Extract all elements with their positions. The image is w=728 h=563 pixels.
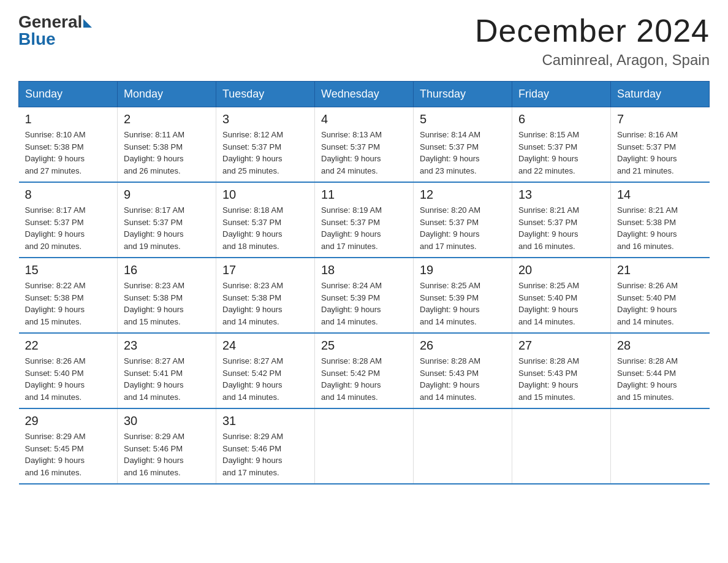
day-number: 2 <box>124 112 210 126</box>
day-number: 30 <box>124 414 210 428</box>
day-number: 18 <box>321 263 407 277</box>
table-row: 9 Sunrise: 8:17 AM Sunset: 5:37 PM Dayli… <box>118 182 216 258</box>
table-row: 5 Sunrise: 8:14 AM Sunset: 5:37 PM Dayli… <box>414 107 512 183</box>
day-number: 24 <box>222 339 308 353</box>
calendar-week-row: 22 Sunrise: 8:26 AM Sunset: 5:40 PM Dayl… <box>19 333 710 408</box>
table-row: 28 Sunrise: 8:28 AM Sunset: 5:44 PM Dayl… <box>611 333 710 408</box>
day-number: 13 <box>518 188 604 202</box>
day-number: 26 <box>420 339 506 353</box>
day-info: Sunrise: 8:11 AM Sunset: 5:38 PM Dayligh… <box>124 129 210 177</box>
table-row <box>315 408 414 484</box>
day-info: Sunrise: 8:26 AM Sunset: 5:40 PM Dayligh… <box>25 355 112 403</box>
day-number: 20 <box>518 263 604 277</box>
day-info: Sunrise: 8:20 AM Sunset: 5:37 PM Dayligh… <box>420 204 506 252</box>
table-row: 15 Sunrise: 8:22 AM Sunset: 5:38 PM Dayl… <box>19 258 118 333</box>
day-info: Sunrise: 8:24 AM Sunset: 5:39 PM Dayligh… <box>321 280 407 327</box>
day-number: 17 <box>222 263 308 277</box>
table-row: 6 Sunrise: 8:15 AM Sunset: 5:37 PM Dayli… <box>512 107 611 183</box>
table-row: 7 Sunrise: 8:16 AM Sunset: 5:37 PM Dayli… <box>611 107 710 183</box>
calendar-week-row: 29 Sunrise: 8:29 AM Sunset: 5:45 PM Dayl… <box>19 408 710 484</box>
day-number: 11 <box>321 188 407 202</box>
day-info: Sunrise: 8:29 AM Sunset: 5:45 PM Dayligh… <box>25 431 112 478</box>
table-row: 29 Sunrise: 8:29 AM Sunset: 5:45 PM Dayl… <box>19 408 118 484</box>
day-number: 29 <box>25 414 112 428</box>
day-number: 15 <box>25 263 112 277</box>
col-monday: Monday <box>118 82 216 107</box>
col-tuesday: Tuesday <box>216 82 315 107</box>
col-saturday: Saturday <box>611 82 710 107</box>
day-number: 3 <box>222 112 308 126</box>
day-info: Sunrise: 8:12 AM Sunset: 5:37 PM Dayligh… <box>222 129 308 177</box>
day-info: Sunrise: 8:13 AM Sunset: 5:37 PM Dayligh… <box>321 129 407 177</box>
day-info: Sunrise: 8:21 AM Sunset: 5:38 PM Dayligh… <box>617 204 703 252</box>
calendar-week-row: 8 Sunrise: 8:17 AM Sunset: 5:37 PM Dayli… <box>19 182 710 258</box>
day-number: 1 <box>25 112 112 126</box>
day-info: Sunrise: 8:27 AM Sunset: 5:42 PM Dayligh… <box>222 355 308 403</box>
day-number: 16 <box>124 263 210 277</box>
day-info: Sunrise: 8:17 AM Sunset: 5:37 PM Dayligh… <box>124 204 210 252</box>
day-info: Sunrise: 8:28 AM Sunset: 5:43 PM Dayligh… <box>420 355 506 403</box>
table-row: 16 Sunrise: 8:23 AM Sunset: 5:38 PM Dayl… <box>118 258 216 333</box>
day-info: Sunrise: 8:10 AM Sunset: 5:38 PM Dayligh… <box>25 129 112 177</box>
table-row: 26 Sunrise: 8:28 AM Sunset: 5:43 PM Dayl… <box>414 333 512 408</box>
col-thursday: Thursday <box>414 82 512 107</box>
table-row: 25 Sunrise: 8:28 AM Sunset: 5:42 PM Dayl… <box>315 333 414 408</box>
table-row: 13 Sunrise: 8:21 AM Sunset: 5:37 PM Dayl… <box>512 182 611 258</box>
day-number: 23 <box>124 339 210 353</box>
calendar-table: Sunday Monday Tuesday Wednesday Thursday… <box>18 81 710 484</box>
col-sunday: Sunday <box>19 82 118 107</box>
day-info: Sunrise: 8:16 AM Sunset: 5:37 PM Dayligh… <box>617 129 703 177</box>
day-info: Sunrise: 8:15 AM Sunset: 5:37 PM Dayligh… <box>518 129 604 177</box>
day-number: 25 <box>321 339 407 353</box>
table-row: 18 Sunrise: 8:24 AM Sunset: 5:39 PM Dayl… <box>315 258 414 333</box>
day-number: 6 <box>518 112 604 126</box>
table-row <box>414 408 512 484</box>
col-friday: Friday <box>512 82 611 107</box>
table-row: 12 Sunrise: 8:20 AM Sunset: 5:37 PM Dayl… <box>414 182 512 258</box>
day-info: Sunrise: 8:25 AM Sunset: 5:40 PM Dayligh… <box>518 280 604 327</box>
day-info: Sunrise: 8:19 AM Sunset: 5:37 PM Dayligh… <box>321 204 407 252</box>
calendar-week-row: 15 Sunrise: 8:22 AM Sunset: 5:38 PM Dayl… <box>19 258 710 333</box>
day-number: 27 <box>518 339 604 353</box>
table-row <box>611 408 710 484</box>
day-info: Sunrise: 8:29 AM Sunset: 5:46 PM Dayligh… <box>124 431 210 478</box>
day-number: 31 <box>222 414 308 428</box>
title-section: December 2024 Caminreal, Aragon, Spain <box>475 12 710 69</box>
table-row: 22 Sunrise: 8:26 AM Sunset: 5:40 PM Dayl… <box>19 333 118 408</box>
day-number: 22 <box>25 339 112 353</box>
table-row: 19 Sunrise: 8:25 AM Sunset: 5:39 PM Dayl… <box>414 258 512 333</box>
day-info: Sunrise: 8:18 AM Sunset: 5:37 PM Dayligh… <box>222 204 308 252</box>
table-row: 31 Sunrise: 8:29 AM Sunset: 5:46 PM Dayl… <box>216 408 315 484</box>
day-number: 28 <box>617 339 703 353</box>
table-row: 24 Sunrise: 8:27 AM Sunset: 5:42 PM Dayl… <box>216 333 315 408</box>
table-row: 27 Sunrise: 8:28 AM Sunset: 5:43 PM Dayl… <box>512 333 611 408</box>
table-row <box>512 408 611 484</box>
logo-arrow-icon <box>83 19 92 28</box>
location-title: Caminreal, Aragon, Spain <box>475 52 710 69</box>
table-row: 21 Sunrise: 8:26 AM Sunset: 5:40 PM Dayl… <box>611 258 710 333</box>
day-info: Sunrise: 8:21 AM Sunset: 5:37 PM Dayligh… <box>518 204 604 252</box>
day-info: Sunrise: 8:28 AM Sunset: 5:42 PM Dayligh… <box>321 355 407 403</box>
calendar-header-row: Sunday Monday Tuesday Wednesday Thursday… <box>19 82 710 107</box>
table-row: 2 Sunrise: 8:11 AM Sunset: 5:38 PM Dayli… <box>118 107 216 183</box>
table-row: 20 Sunrise: 8:25 AM Sunset: 5:40 PM Dayl… <box>512 258 611 333</box>
logo: General Blue <box>18 12 92 49</box>
table-row: 11 Sunrise: 8:19 AM Sunset: 5:37 PM Dayl… <box>315 182 414 258</box>
day-number: 7 <box>617 112 703 126</box>
logo-blue-text: Blue <box>18 29 56 49</box>
day-number: 8 <box>25 188 112 202</box>
day-info: Sunrise: 8:14 AM Sunset: 5:37 PM Dayligh… <box>420 129 506 177</box>
col-wednesday: Wednesday <box>315 82 414 107</box>
table-row: 3 Sunrise: 8:12 AM Sunset: 5:37 PM Dayli… <box>216 107 315 183</box>
day-number: 10 <box>222 188 308 202</box>
table-row: 10 Sunrise: 8:18 AM Sunset: 5:37 PM Dayl… <box>216 182 315 258</box>
day-info: Sunrise: 8:26 AM Sunset: 5:40 PM Dayligh… <box>617 280 703 327</box>
day-number: 14 <box>617 188 703 202</box>
day-info: Sunrise: 8:22 AM Sunset: 5:38 PM Dayligh… <box>25 280 112 327</box>
day-number: 9 <box>124 188 210 202</box>
table-row: 1 Sunrise: 8:10 AM Sunset: 5:38 PM Dayli… <box>19 107 118 183</box>
table-row: 8 Sunrise: 8:17 AM Sunset: 5:37 PM Dayli… <box>19 182 118 258</box>
day-info: Sunrise: 8:28 AM Sunset: 5:44 PM Dayligh… <box>617 355 703 403</box>
day-number: 12 <box>420 188 506 202</box>
month-title: December 2024 <box>475 12 710 49</box>
